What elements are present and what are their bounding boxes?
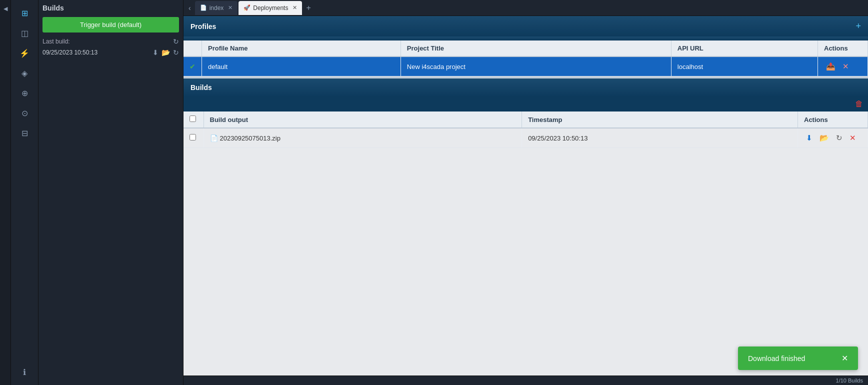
tab-deployments[interactable]: 🚀 Deployments ✕ [238,1,302,15]
build-timestamp-cell: 09/25/2023 10:50:13 [522,128,798,148]
profile-delete-button[interactable]: ✕ [840,61,851,72]
notification-close-button[interactable]: ✕ [842,354,848,363]
profiles-section: Profiles + Profile Name Project Title AP… [184,16,868,76]
notification-message: Download finished [748,354,805,362]
build-checkbox-cell [184,128,204,148]
build-delete-button[interactable]: ✕ [848,132,858,144]
col-timestamp: Timestamp [522,112,798,128]
build-restore-button[interactable]: 📂 [818,132,831,144]
sidebar-item-component[interactable]: ◈ [14,64,35,82]
download-build-icon[interactable]: ⬇ [152,48,158,56]
info-icon: ℹ [23,368,26,377]
minus-icon: ⊟ [22,128,28,138]
selected-check-icon: ✔ [190,62,196,70]
last-build-timestamp-row: 09/25/2023 10:50:13 ⬇ 📂 ↻ [42,48,179,56]
status-bar: 1/10 Builds [184,376,868,385]
profiles-table: Profile Name Project Title API URL Actio… [184,40,868,76]
main-content: Profiles + Profile Name Project Title AP… [184,16,868,385]
profiles-title: Profiles [190,22,216,30]
last-build-label: Last build: [42,38,70,45]
builds-section-container: Builds 🗑 Build output Timestamp Actions [184,78,868,376]
build-row-actions: ⬇ 📂 ↻ ✕ [804,132,862,144]
col-build-checkbox [184,112,204,128]
content-area: ‹ 📄 index ✕ 🚀 Deployments ✕ + Profiles + [184,0,868,385]
deployments-tab-icon: 🚀 [244,4,250,11]
profile-name-cell: default [202,56,401,76]
profile-deploy-button[interactable]: 📤 [824,61,838,72]
col-build-actions: Actions [798,112,868,128]
sidebar-item-add[interactable]: ⊕ [14,84,35,102]
bolt-icon: ⚡ [20,48,30,58]
target-icon: ⊙ [22,108,28,118]
tab-index[interactable]: 📄 index ✕ [195,1,238,15]
icon-sidebar: ◀ [0,0,11,385]
project-title-cell: New i4scada project [400,56,671,76]
sidebar-item-minus[interactable]: ⊟ [14,124,35,142]
tab-bar: ‹ 📄 index ✕ 🚀 Deployments ✕ + [184,0,868,16]
tab-index-label: index [210,4,224,12]
builds-count: 1/10 Builds [836,378,863,384]
col-profile-name: Profile Name [202,40,401,56]
sidebar-item-layout[interactable]: ◫ [14,24,35,42]
tab-nav-back[interactable]: ‹ [186,2,194,14]
profiles-subheader [184,36,868,40]
sidebar-item-grid[interactable]: ⊞ [14,4,35,22]
last-build-timestamp: 09/25/2023 10:50:13 [42,49,98,56]
build-actions-cell: ⬇ 📂 ↻ ✕ [798,128,868,148]
tab-add-button[interactable]: + [303,2,314,14]
builds-panel-title: Builds [42,4,179,12]
api-url-cell: localhost [671,56,818,76]
sidebar-item-info[interactable]: ℹ [14,363,35,381]
collapse-icon[interactable]: ◀ [1,4,10,13]
builds-section-title: Builds [190,84,212,92]
builds-subheader: 🗑 [184,96,868,112]
last-build-actions: ↻ [173,38,179,46]
profile-table-row[interactable]: ✔ default New i4scada project localhost … [184,56,868,76]
sidebar-item-target[interactable]: ⊙ [14,104,35,122]
trigger-build-button[interactable]: Trigger build (default) [42,17,179,32]
profiles-section-header: Profiles + [184,16,868,36]
layout-icon: ◫ [21,28,28,38]
refresh-build-icon[interactable]: ↻ [173,48,179,56]
grid-icon: ⊞ [22,8,28,18]
profile-actions-cell: 📤 ✕ [818,56,868,76]
col-project-title: Project Title [400,40,671,56]
file-icon: 📄 [210,134,218,142]
sidebar-item-bolt[interactable]: ⚡ [14,44,35,62]
build-table-row: 📄20230925075013.zip 09/25/2023 10:50:13 … [184,128,868,148]
component-icon: ◈ [22,68,28,78]
restore-build-icon[interactable]: 📂 [162,48,170,56]
tab-index-close[interactable]: ✕ [228,4,232,11]
col-build-output: Build output [204,112,522,128]
main-sidebar: ⊞ ◫ ⚡ ◈ ⊕ ⊙ ⊟ ℹ [11,0,38,385]
profile-row-actions: 📤 ✕ [824,61,862,72]
download-notification: Download finished ✕ [738,346,858,370]
builds-table: Build output Timestamp Actions 📄20230925… [184,112,868,148]
col-api-url: API URL [671,40,818,56]
refresh-icon[interactable]: ↻ [173,38,179,46]
timestamp-actions: ⬇ 📂 ↻ [152,48,179,56]
col-actions: Actions [818,40,868,56]
profile-check-cell: ✔ [184,56,202,76]
build-row-checkbox[interactable] [190,134,196,140]
builds-panel: Builds Trigger build (default) Last buil… [38,0,184,385]
tab-deployments-label: Deployments [253,4,288,12]
tab-deployments-close[interactable]: ✕ [292,4,297,11]
select-all-builds-checkbox[interactable] [190,116,196,122]
col-check [184,40,202,56]
builds-section-header: Builds [184,78,868,96]
profiles-add-button[interactable]: + [856,21,861,32]
build-refresh-button[interactable]: ↻ [834,132,844,144]
build-download-button[interactable]: ⬇ [804,132,814,144]
delete-all-builds-button[interactable]: 🗑 [855,100,863,108]
index-tab-icon: 📄 [200,4,207,11]
build-output-cell: 📄20230925075013.zip [204,128,522,148]
add-icon: ⊕ [22,88,28,98]
